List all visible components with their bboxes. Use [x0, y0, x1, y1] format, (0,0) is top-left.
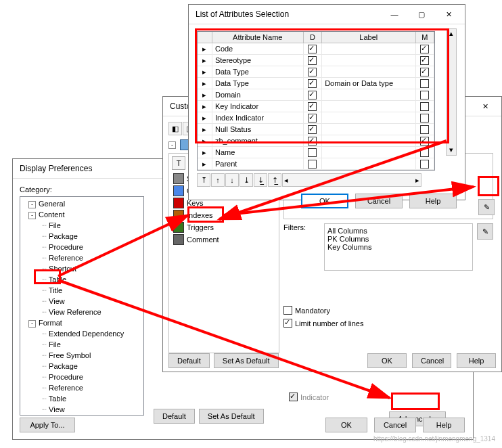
move-bottom-icon[interactable]: ⤓ [239, 173, 253, 187]
tree-item[interactable]: -Content [22, 209, 142, 220]
cust-cancel-button[interactable]: Cancel [412, 353, 451, 368]
scroll-up-icon[interactable]: ▴ [447, 29, 456, 39]
tree-item[interactable]: ┈ File [22, 339, 142, 350]
tree-expander-icon[interactable]: - [168, 141, 176, 149]
tree-item[interactable]: -General [22, 198, 142, 209]
tree-item[interactable]: ┈ Reference [22, 382, 142, 393]
cust-default-button[interactable]: Default [168, 353, 210, 368]
table-row[interactable]: ▸Key Indicator [198, 101, 434, 112]
m-checkbox[interactable] [420, 45, 429, 53]
right-side-edit-icon[interactable]: ✎ [478, 199, 495, 215]
tree-item[interactable]: ┈ View Reference [22, 307, 142, 317]
tree-item[interactable]: ┈ Procedure [22, 242, 142, 252]
d-checkbox[interactable] [308, 102, 317, 111]
cust-help-button[interactable]: Help [457, 353, 496, 368]
move-down-icon[interactable]: ↓ [225, 173, 239, 187]
filters-list[interactable]: All ColumnsPK ColumnsKey Columns [324, 223, 473, 271]
d-checkbox[interactable] [308, 114, 317, 122]
table-row[interactable]: ▸Code [198, 43, 434, 55]
tree-item[interactable]: ┈ Extended Dependency [22, 328, 142, 339]
list-item[interactable]: Key Columns [327, 243, 470, 251]
list-item[interactable]: Comment [172, 233, 276, 246]
tab-t[interactable]: T [172, 156, 185, 170]
tree-item[interactable]: ┈ Table [22, 274, 142, 285]
filters-edit-icon[interactable]: ✎ [477, 223, 493, 240]
tree-item[interactable]: ┈ Package [22, 231, 142, 242]
table-row[interactable]: ▸Stereotype [198, 55, 434, 66]
m-checkbox[interactable] [420, 125, 429, 134]
m-checkbox[interactable] [420, 160, 429, 169]
set-default-button[interactable]: Set As Default [199, 409, 264, 424]
attr-cancel-button[interactable]: Cancel [355, 194, 403, 208]
apply-to-button[interactable]: Apply To... [20, 418, 75, 432]
d-checkbox[interactable] [308, 91, 317, 99]
tree-item[interactable]: ┈ Package [22, 361, 142, 372]
table-row[interactable]: ▸Index Indicator [198, 112, 434, 124]
d-checkbox[interactable] [308, 79, 317, 88]
cust-ok-button[interactable]: OK [367, 353, 407, 368]
minimize-icon[interactable]: — [381, 5, 408, 24]
maximize-icon[interactable]: ▢ [408, 5, 435, 24]
tree-item[interactable]: ┈ Free Symbol [22, 350, 142, 361]
tree-item[interactable]: ┈ Procedure [22, 372, 142, 382]
scroll-down-icon[interactable]: ▾ [447, 145, 456, 155]
sort-asc-icon[interactable]: ↓̲ [254, 173, 267, 187]
d-checkbox[interactable] [308, 137, 317, 145]
col-d[interactable]: D [304, 32, 322, 43]
tree-item[interactable]: ┈ Table [22, 393, 142, 404]
close-icon[interactable]: ✕ [435, 5, 462, 24]
m-checkbox[interactable] [420, 137, 429, 145]
tree-item[interactable]: ┈ Reference [22, 252, 142, 263]
tree-item[interactable]: ┈ View [22, 404, 142, 415]
table-row[interactable]: ▸Data TypeDomain or Data type [198, 78, 434, 89]
cancel-button[interactable]: Cancel [374, 418, 416, 432]
col-m[interactable]: M [416, 32, 434, 43]
help-button[interactable]: Help [423, 418, 465, 432]
toolbar-icon-1[interactable]: ◧ [168, 122, 182, 135]
tree-item[interactable]: ┈ Title [22, 285, 142, 296]
table-row[interactable]: ▸zh_comment [198, 135, 434, 147]
limit-lines-checkbox[interactable] [283, 319, 292, 328]
d-checkbox[interactable] [308, 148, 317, 157]
attr-help-button[interactable]: Help [409, 194, 457, 208]
category-tree[interactable]: -General-Content┈ File┈ Package┈ Procedu… [20, 196, 144, 416]
table-row[interactable]: ▸Data Type [198, 66, 434, 78]
m-checkbox[interactable] [420, 68, 429, 76]
list-item[interactable]: PK Columns [327, 235, 470, 243]
m-checkbox[interactable] [420, 56, 429, 65]
tree-item[interactable]: ┈ View [22, 296, 142, 307]
table-row[interactable]: ▸Domain [198, 89, 434, 101]
d-checkbox[interactable] [308, 56, 317, 65]
attributes-grid[interactable]: Attribute Name D Label M ▸Code▸Stereotyp… [197, 31, 435, 171]
d-checkbox[interactable] [308, 160, 317, 169]
m-checkbox[interactable] [420, 91, 429, 99]
list-item[interactable]: All Columns [327, 227, 470, 235]
tree-item[interactable]: ┈ File [22, 220, 142, 231]
d-checkbox[interactable] [308, 125, 317, 134]
col-label[interactable]: Label [322, 32, 415, 43]
move-top-icon[interactable]: ⤒ [197, 173, 210, 187]
m-checkbox[interactable] [420, 148, 429, 157]
d-checkbox[interactable] [308, 68, 317, 76]
default-button[interactable]: Default [154, 409, 195, 424]
scrollbar[interactable]: ▴ ▾ [446, 28, 457, 156]
h-scroll-left-icon[interactable]: ◂ [284, 176, 288, 185]
d-checkbox[interactable] [308, 45, 317, 53]
cust-set-default-button[interactable]: Set As Default [214, 353, 279, 368]
ok-button[interactable]: OK [325, 418, 367, 432]
m-checkbox[interactable] [420, 114, 429, 122]
col-attribute-name[interactable]: Attribute Name [212, 32, 304, 43]
mandatory-checkbox[interactable] [283, 306, 292, 315]
grid-toolbar[interactable]: ⤒ ↑ ↓ ⤓ ↓̲ ↑̲ ◂ ▸ [197, 173, 457, 187]
attr-titlebar[interactable]: List of Attributes Selection — ▢ ✕ [189, 5, 465, 24]
table-row[interactable]: ▸Null Status [198, 124, 434, 135]
sort-desc-icon[interactable]: ↑̲ [268, 173, 281, 187]
close-icon[interactable]: ✕ [472, 97, 499, 116]
m-checkbox[interactable] [420, 79, 429, 88]
tree-item[interactable]: ┈ Shortcut [22, 263, 142, 274]
attr-ok-button[interactable]: OK [301, 194, 348, 208]
h-scroll-right-icon[interactable]: ▸ [415, 176, 419, 185]
tree-item[interactable]: -Format [22, 317, 142, 328]
table-row[interactable]: ▸Name [198, 147, 434, 158]
table-row[interactable]: ▸Parent [198, 158, 434, 170]
